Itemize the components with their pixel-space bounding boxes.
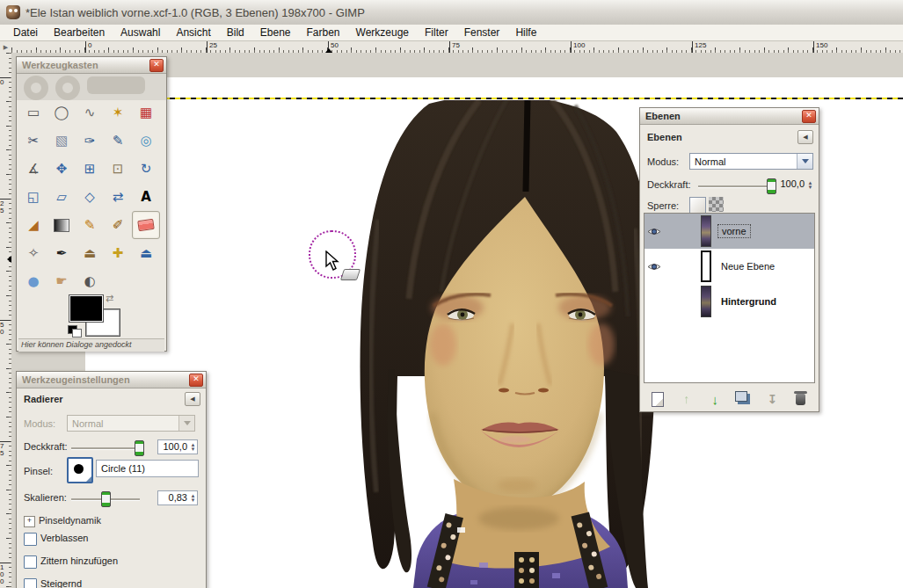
menu-item-farben[interactable]: Farben bbox=[299, 25, 348, 40]
menu-item-ebene[interactable]: Ebene bbox=[252, 25, 299, 40]
brush-name-field[interactable]: Circle (11) bbox=[96, 460, 199, 477]
tool-airbrush[interactable]: ✧ bbox=[19, 239, 47, 267]
h-ruler-label: 75 bbox=[449, 41, 460, 53]
heal-icon: ✚ bbox=[113, 246, 124, 260]
menu-item-ansicht[interactable]: Ansicht bbox=[168, 25, 218, 40]
layer-row-hintergrund[interactable]: Hintergrund bbox=[644, 284, 814, 319]
menu-item-bearbeiten[interactable]: Bearbeiten bbox=[46, 25, 113, 40]
opacity-slider-handle[interactable] bbox=[135, 440, 144, 456]
new-layer-button[interactable] bbox=[646, 388, 669, 410]
menu-item-filter[interactable]: Filter bbox=[417, 25, 456, 40]
horizontal-ruler[interactable]: 0255075100125150 bbox=[11, 41, 903, 54]
opacity-slider[interactable] bbox=[71, 447, 140, 450]
layer-mode-select[interactable]: Normal bbox=[689, 153, 813, 170]
menu-item-hilfe[interactable]: Hilfe bbox=[507, 25, 544, 40]
tool-eraser[interactable] bbox=[132, 211, 160, 239]
spinner-arrows-icon[interactable]: ▲▼ bbox=[806, 178, 814, 192]
layer-name[interactable]: Hintergrund bbox=[717, 295, 780, 308]
layer-name[interactable]: vorne bbox=[717, 224, 751, 238]
visibility-eye-icon[interactable] bbox=[644, 227, 664, 236]
anchor-layer-button[interactable]: ↧ bbox=[761, 388, 783, 410]
spinner-arrows-icon[interactable]: ▲▼ bbox=[189, 491, 197, 505]
tool-move[interactable]: ✥ bbox=[47, 155, 76, 183]
toolbox-titlebar[interactable]: Werkzeugkasten ✕ bbox=[17, 57, 166, 74]
tool-paths[interactable]: ✑ bbox=[76, 127, 104, 155]
tool-pencil[interactable]: ✎ bbox=[76, 211, 104, 239]
vertical-ruler[interactable]: 0255075100 bbox=[0, 53, 12, 588]
tool-crop[interactable]: ⊡ bbox=[104, 155, 132, 183]
menu-item-datei[interactable]: Datei bbox=[5, 25, 46, 40]
layers-menu-button[interactable]: ◀ bbox=[797, 130, 813, 144]
tool-options-close-icon[interactable]: ✕ bbox=[189, 374, 203, 387]
layer-opacity-slider-handle[interactable] bbox=[767, 178, 776, 194]
layer-row-vorne[interactable]: vorne bbox=[644, 214, 814, 249]
tool-dodge-burn[interactable]: ◐ bbox=[76, 267, 104, 295]
tool-clone[interactable]: ⏏ bbox=[76, 239, 104, 267]
lock-pixels-toggle[interactable] bbox=[689, 197, 706, 214]
layer-opacity-slider[interactable] bbox=[698, 185, 770, 188]
tool-heal[interactable]: ✚ bbox=[104, 239, 132, 267]
tool-select-by-color[interactable]: ▦ bbox=[132, 98, 160, 127]
tool-text[interactable]: A bbox=[132, 183, 160, 211]
tool-options-menu-button[interactable]: ◀ bbox=[185, 392, 200, 406]
eraser-mode-select[interactable]: Normal bbox=[67, 415, 195, 432]
delete-layer-button[interactable] bbox=[790, 388, 812, 410]
lock-alpha-toggle[interactable] bbox=[709, 197, 724, 212]
tool-rotate[interactable]: ↻ bbox=[132, 155, 160, 183]
tool-perspective-clone[interactable]: ⏏ bbox=[132, 239, 160, 267]
brush-select-button[interactable] bbox=[67, 457, 93, 483]
tool-shear[interactable]: ▱ bbox=[47, 183, 76, 211]
menu-item-werkzeuge[interactable]: Werkzeuge bbox=[348, 25, 417, 40]
h-ruler-label: 25 bbox=[207, 41, 217, 53]
menu-item-fenster[interactable]: Fenster bbox=[456, 25, 508, 40]
tool-paintbrush[interactable]: ✐ bbox=[104, 211, 132, 239]
tool-ellipse-select[interactable]: ◯ bbox=[47, 98, 76, 127]
tool-color-picker[interactable]: ✎ bbox=[104, 127, 132, 155]
menu-item-bild[interactable]: Bild bbox=[219, 25, 252, 40]
tool-gradient[interactable] bbox=[47, 211, 76, 239]
tool-scale[interactable]: ◱ bbox=[19, 183, 47, 211]
h-ruler-label: 100 bbox=[571, 41, 585, 53]
tool-fuzzy-select[interactable]: ✶ bbox=[104, 98, 132, 127]
pinseldynamik-expander[interactable]: + bbox=[24, 516, 35, 527]
layers-titlebar[interactable]: Ebenen ✕ bbox=[640, 108, 819, 125]
tool-zoom[interactable]: ◎ bbox=[132, 127, 160, 155]
tool-free-select[interactable]: ∿ bbox=[76, 98, 104, 127]
toolbox-close-icon[interactable]: ✕ bbox=[149, 59, 164, 72]
tool-scissors-select[interactable]: ✂ bbox=[19, 127, 47, 155]
v-ruler-label: 25 bbox=[0, 199, 11, 214]
tool-foreground-select[interactable]: ▧ bbox=[47, 127, 76, 155]
layer-row-neue-ebene[interactable]: Neue Ebene bbox=[644, 249, 814, 284]
visibility-eye-icon[interactable] bbox=[644, 262, 664, 272]
tool-blur-sharpen[interactable]: ● bbox=[19, 267, 47, 295]
checkbox-steigernd[interactable] bbox=[24, 578, 37, 588]
scale-spinner[interactable]: 0,83▲▼ bbox=[157, 490, 198, 505]
layer-name[interactable]: Neue Ebene bbox=[717, 260, 778, 272]
tool-ink[interactable]: ✒ bbox=[47, 239, 76, 267]
tool-flip[interactable]: ⇄ bbox=[104, 183, 132, 211]
layer-opacity-spinner[interactable]: 100,0▲▼ bbox=[779, 178, 814, 192]
checkbox-label: Verblassen bbox=[40, 533, 88, 543]
spinner-arrows-icon[interactable]: ▲▼ bbox=[189, 440, 197, 454]
tool-bucket-fill[interactable]: ◢ bbox=[19, 211, 47, 239]
tool-perspective[interactable]: ◇ bbox=[76, 183, 104, 211]
raise-layer-button[interactable]: ↑ bbox=[675, 388, 698, 410]
menu-item-auswahl[interactable]: Auswahl bbox=[113, 25, 168, 40]
scale-slider-handle[interactable] bbox=[101, 491, 111, 507]
lower-layer-button[interactable]: ↓ bbox=[703, 388, 726, 410]
checkbox-zittern-hinzufügen[interactable] bbox=[24, 555, 37, 569]
tool-alignment[interactable]: ⊞ bbox=[76, 155, 104, 183]
tool-measure[interactable]: ∡ bbox=[19, 155, 47, 183]
default-colors-icon[interactable] bbox=[68, 325, 82, 338]
window-titlebar[interactable]: *Ele Istan weiblich vorne.xcf-1.0 (RGB, … bbox=[0, 0, 903, 25]
ruler-corner-button[interactable]: ▶ bbox=[0, 41, 12, 54]
tool-options-titlebar[interactable]: Werkzeugeinstellungen ✕ bbox=[17, 372, 206, 388]
swap-colors-icon[interactable]: ⇄ bbox=[106, 293, 113, 304]
opacity-spinner[interactable]: 100,0▲▼ bbox=[157, 439, 198, 454]
checkbox-verblassen[interactable] bbox=[24, 533, 37, 546]
duplicate-layer-button[interactable] bbox=[732, 388, 755, 410]
layers-close-icon[interactable]: ✕ bbox=[802, 110, 816, 123]
foreground-color-swatch[interactable] bbox=[69, 295, 103, 322]
tool-smudge[interactable]: ☛ bbox=[47, 267, 76, 295]
tool-rectangle-select[interactable]: ▭ bbox=[19, 98, 47, 127]
